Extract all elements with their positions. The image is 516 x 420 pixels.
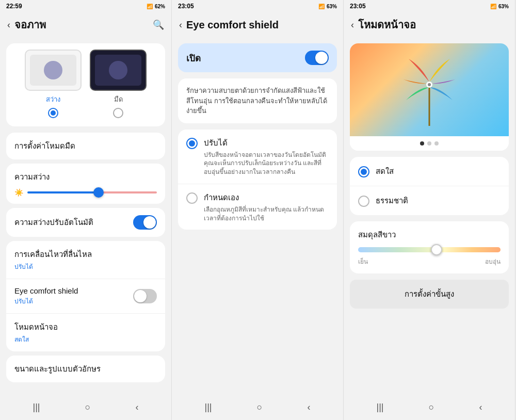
back-button-1[interactable]: ‹ — [7, 20, 10, 30]
screen-preview-card — [350, 43, 509, 151]
auto-brightness-title: ความสว่างปรับอัตโนมัติ — [14, 216, 133, 229]
mode-vivid-label: สดใส — [376, 165, 394, 177]
radio-vivid-circle — [358, 166, 369, 177]
signal-icon-1: 📶 — [147, 4, 153, 9]
toggle-knob-eye — [134, 290, 147, 302]
home-btn-3[interactable]: ○ — [429, 402, 434, 413]
eye-comfort-main-toggle[interactable] — [305, 51, 329, 65]
home-btn-2[interactable]: ○ — [257, 402, 263, 413]
brightness-slider-row: ☀️ — [14, 188, 157, 197]
bottom-nav-2: ||| ○ ‹ — [172, 394, 343, 420]
theme-light[interactable]: สว่าง — [25, 50, 82, 118]
radio-dark-unselected — [113, 108, 123, 118]
dark-mode-item[interactable]: การตั้งค่าโหมดมืด — [6, 133, 165, 159]
wb-slider-thumb[interactable] — [431, 244, 442, 255]
auto-brightness-toggle[interactable] — [133, 215, 157, 230]
radio-natural-circle — [358, 196, 369, 207]
radio-custom-title: กำหนดเอง — [204, 191, 329, 204]
smooth-motion-title: การเคลื่อนไหวที่ลื่นไหล — [14, 248, 157, 261]
panel-eye-comfort: 23:05 📶 63% ‹ Eye comfort shield เปิด รั… — [172, 0, 344, 420]
back-nav-btn-1[interactable]: ‹ — [135, 402, 138, 413]
font-item[interactable]: ขนาดและรูปแบบตัวอักษร — [6, 356, 165, 382]
radio-adaptive-desc: ปรับสีของหน้าจอตามเวลาของวันโดยอัตโนมัติ… — [204, 151, 329, 176]
screen-mode-sub: สดใส — [14, 334, 157, 344]
page-title-2: Eye comfort shield — [186, 19, 336, 31]
radio-light-selected — [48, 108, 58, 118]
circle-blob-light — [44, 61, 62, 79]
status-bar-2: 23:05 📶 63% — [172, 0, 343, 12]
eye-comfort-toggle-label: เปิด — [186, 51, 201, 65]
wb-slider-track[interactable] — [358, 247, 501, 252]
svg-point-3 — [428, 83, 431, 86]
auto-brightness-item[interactable]: ความสว่างปรับอัตโนมัติ — [6, 208, 165, 237]
radio-adaptive-circle — [186, 138, 198, 149]
time-2: 23:05 — [178, 3, 194, 10]
panel3-content: สดใส ธรรมชาติ สมดุลสีขาว เย็น อบอุ่น การ… — [344, 37, 515, 394]
extra-settings-section: การเคลื่อนไหวที่ลื่นไหล ปรับได้ Eye comf… — [6, 241, 165, 351]
wb-cool-label: เย็น — [358, 256, 368, 266]
pinwheel-svg — [404, 54, 455, 126]
preview-dots — [350, 136, 509, 151]
page-title-3: โหมดหน้าจอ — [358, 17, 508, 33]
panel1-content: สว่าง มืด การตั้งค่าโหมดมืด ความส — [0, 37, 171, 394]
brightness-section: ความสว่าง ☀️ — [6, 164, 165, 204]
smooth-motion-sub: ปรับได้ — [14, 262, 157, 271]
font-section: ขนาดและรูปแบบตัวอักษร — [6, 356, 165, 382]
battery-label-2: 63% — [327, 4, 337, 9]
top-nav-2: ‹ Eye comfort shield — [172, 12, 343, 37]
dot-3 — [434, 141, 439, 146]
font-title: ขนาดและรูปแบบตัวอักษร — [14, 363, 157, 375]
menu-btn-3[interactable]: ||| — [377, 402, 384, 413]
signal-icon-3: 📶 — [490, 4, 496, 9]
theme-preview-dark — [90, 50, 147, 91]
bottom-nav-1: ||| ○ ‹ — [0, 394, 171, 420]
mode-natural-label: ธรรมชาติ — [376, 195, 408, 207]
menu-btn-1[interactable]: ||| — [33, 402, 40, 413]
theme-selector: สว่าง มืด — [6, 43, 165, 126]
smooth-motion-item[interactable]: การเคลื่อนไหวที่ลื่นไหล ปรับได้ — [6, 241, 165, 279]
eye-comfort-item[interactable]: Eye comfort shield ปรับได้ — [6, 279, 165, 314]
bottom-nav-3: ||| ○ ‹ — [344, 394, 515, 420]
search-icon-1[interactable]: 🔍 — [153, 19, 164, 30]
radio-option-adaptive[interactable]: ปรับได้ ปรับสีของหน้าจอตามเวลาของวันโดยอ… — [178, 130, 337, 184]
eye-comfort-sub: ปรับได้ — [14, 296, 133, 306]
time-1: 22:59 — [6, 3, 22, 10]
back-nav-btn-3[interactable]: ‹ — [479, 402, 482, 413]
radio-option-custom[interactable]: กำหนดเอง เลือกอุณหภูมิสีที่เหมาะสำหรับคุ… — [178, 184, 337, 230]
theme-preview-light — [25, 50, 82, 91]
radio-adaptive-text: ปรับได้ ปรับสีของหน้าจอตามเวลาของวันโดยอ… — [204, 137, 329, 176]
radio-options-card: ปรับได้ ปรับสีของหน้าจอตามเวลาของวันโดยอ… — [178, 130, 337, 230]
mode-vivid[interactable]: สดใส — [350, 157, 509, 186]
dark-mode-text: การตั้งค่าโหมดมืด — [14, 140, 157, 152]
status-icons-1: 📶 62% — [147, 4, 165, 9]
auto-brightness-text: ความสว่างปรับอัตโนมัติ — [14, 216, 133, 229]
back-button-2[interactable]: ‹ — [179, 20, 182, 30]
screen-mode-item[interactable]: โหมดหน้าจอ สดใส — [6, 314, 165, 351]
theme-light-label: สว่าง — [46, 94, 60, 105]
status-icons-3: 📶 63% — [490, 4, 509, 9]
menu-btn-2[interactable]: ||| — [205, 402, 212, 413]
advanced-settings-btn[interactable]: การตั้งค่าขั้นสูง — [350, 280, 509, 309]
status-icons-2: 📶 63% — [318, 4, 337, 9]
dark-mode-section: การตั้งค่าโหมดมืด — [6, 133, 165, 159]
screen-mode-text: โหมดหน้าจอ สดใส — [14, 321, 157, 344]
back-button-3[interactable]: ‹ — [351, 20, 354, 30]
eye-comfort-description: รักษาความสบายตาด้วยการจำกัดแสงสีฟ้าและใช… — [186, 86, 329, 116]
screen-mode-title: โหมดหน้าจอ — [14, 321, 157, 333]
theme-dark[interactable]: มืด — [90, 50, 147, 118]
mode-natural[interactable]: ธรรมชาติ — [350, 186, 509, 215]
eye-comfort-toggle[interactable] — [133, 289, 157, 303]
panel-display-settings: 22:59 📶 62% ‹ จอภาพ 🔍 สว่าง — [0, 0, 172, 420]
brightness-thumb[interactable] — [93, 187, 104, 198]
radio-custom-circle — [186, 192, 198, 204]
brightness-track[interactable] — [27, 191, 157, 193]
battery-label-1: 62% — [155, 4, 165, 9]
home-btn-1[interactable]: ○ — [85, 402, 91, 413]
top-nav-3: ‹ โหมดหน้าจอ — [344, 12, 515, 37]
page-title-1: จอภาพ — [14, 17, 153, 33]
wb-labels: เย็น อบอุ่น — [358, 256, 501, 266]
sun-icon: ☀️ — [14, 188, 23, 197]
dot-2 — [427, 141, 431, 146]
panel2-content: เปิด รักษาความสบายตาด้วยการจำกัดแสงสีฟ้า… — [172, 37, 343, 394]
back-nav-btn-2[interactable]: ‹ — [307, 402, 310, 413]
